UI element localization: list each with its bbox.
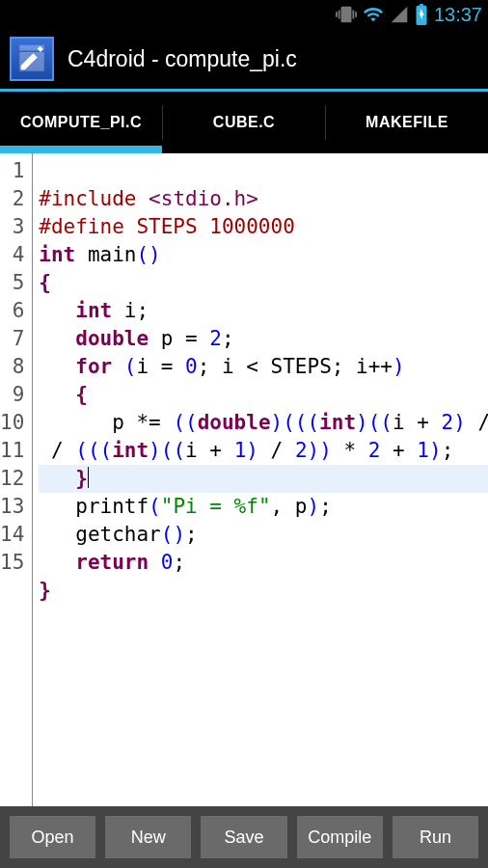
open-button[interactable]: Open [10,816,95,858]
code-line: for (i = 0; i < STEPS; i++) [39,353,488,381]
line-number-gutter: 1 2 3 4 5 6 7 8 9 10 11 12 13 14 15 [0,153,33,809]
code-line: / (((int)((i + 1) / 2)) * 2 + 1); [39,437,488,465]
code-line: return 0; [39,549,488,577]
code-line: } [39,465,488,493]
code-line: getchar(); [39,521,488,549]
code-line [39,157,488,185]
battery-icon [415,4,428,25]
bottom-toolbar: Open New Save Compile Run [0,806,488,868]
new-button[interactable]: New [105,816,191,858]
compile-button[interactable]: Compile [297,816,383,858]
code-line: #include <stdio.h> [39,185,488,213]
code-line: double p = 2; [39,325,488,353]
code-line: #define STEPS 1000000 [39,213,488,241]
tab-cube[interactable]: CUBE.C [163,92,325,153]
status-bar: 13:37 [0,0,488,29]
code-line: p *= ((double)(((int)((i + 2) / 2)) * 2)… [39,409,488,437]
code-line: { [39,269,488,297]
app-icon [10,37,54,81]
title-bar: C4droid - compute_pi.c [0,29,488,89]
status-time: 13:37 [434,4,482,26]
run-button[interactable]: Run [393,816,478,858]
code-editor[interactable]: 1 2 3 4 5 6 7 8 9 10 11 12 13 14 15 #inc… [0,153,488,809]
code-line: { [39,381,488,409]
app-title: C4droid - compute_pi.c [68,46,297,72]
save-button[interactable]: Save [201,816,286,858]
tab-compute-pi[interactable]: COMPUTE_PI.C [0,92,162,153]
code-line: int main() [39,241,488,269]
code-line: } [39,577,488,605]
wifi-icon [363,4,384,25]
tab-bar: COMPUTE_PI.C CUBE.C MAKEFILE [0,92,488,153]
code-area[interactable]: #include <stdio.h>#define STEPS 1000000i… [33,153,488,809]
tab-makefile[interactable]: MAKEFILE [326,92,488,153]
code-line: printf("Pi = %f", p); [39,493,488,521]
signal-icon [390,5,409,24]
code-line: int i; [39,297,488,325]
vibrate-icon [336,4,357,25]
